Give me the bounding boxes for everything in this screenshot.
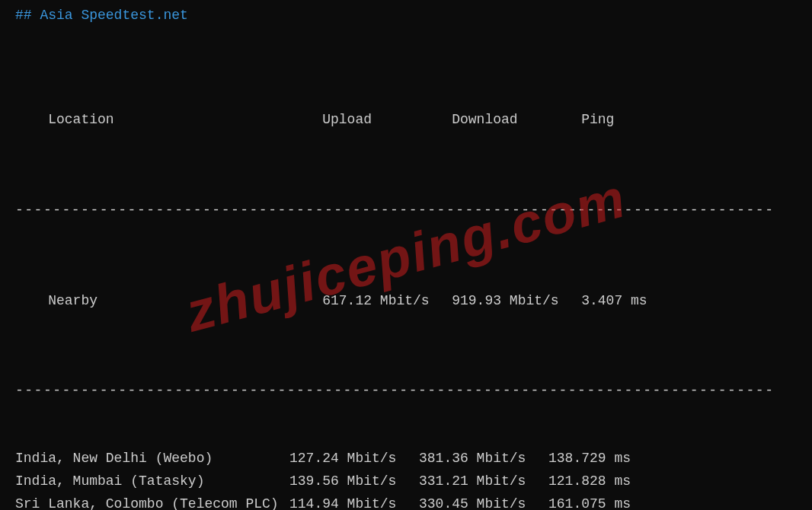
cell-upload: 114.94 Mbit/s — [289, 493, 419, 510]
table-header-row: LocationUploadDownloadPing — [15, 86, 797, 154]
nearby-ping: 3.407 ms — [581, 290, 673, 313]
cell-upload: 127.24 Mbit/s — [289, 448, 419, 470]
cell-ping: 121.828 ms — [548, 470, 640, 493]
speedtest-table: LocationUploadDownloadPing -------------… — [15, 41, 797, 510]
nearby-upload: 617.12 Mbit/s — [322, 290, 452, 313]
nearby-download: 919.93 Mbit/s — [452, 290, 581, 313]
page-title: ## Asia Speedtest.net — [15, 8, 797, 23]
cell-download: 381.36 Mbit/s — [419, 448, 548, 470]
cell-download: 330.45 Mbit/s — [419, 493, 548, 510]
table-row: India, New Delhi (Weebo)127.24 Mbit/s381… — [15, 448, 797, 470]
cell-ping: 138.729 ms — [548, 448, 640, 470]
cell-location: Sri Lanka, Colombo (Telecom PLC) — [15, 493, 289, 510]
rows-container: India, New Delhi (Weebo)127.24 Mbit/s381… — [15, 448, 797, 510]
header-upload: Upload — [322, 109, 452, 132]
cell-location: India, New Delhi (Weebo) — [15, 448, 289, 470]
nearby-row: Nearby617.12 Mbit/s919.93 Mbit/s3.407 ms — [15, 267, 797, 335]
cell-location: India, Mumbai (Tatasky) — [15, 470, 289, 493]
cell-download: 331.21 Mbit/s — [419, 470, 548, 493]
header-ping: Ping — [581, 109, 673, 132]
separator-line: ----------------------------------------… — [15, 380, 797, 403]
cell-upload: 139.56 Mbit/s — [289, 470, 419, 493]
cell-ping: 161.075 ms — [548, 493, 640, 510]
table-row: Sri Lanka, Colombo (Telecom PLC)114.94 M… — [15, 493, 797, 510]
nearby-location: Nearby — [48, 290, 322, 313]
table-row: India, Mumbai (Tatasky)139.56 Mbit/s331.… — [15, 470, 797, 493]
header-download: Download — [452, 109, 581, 132]
separator-line: ----------------------------------------… — [15, 199, 797, 222]
header-location: Location — [48, 109, 322, 132]
